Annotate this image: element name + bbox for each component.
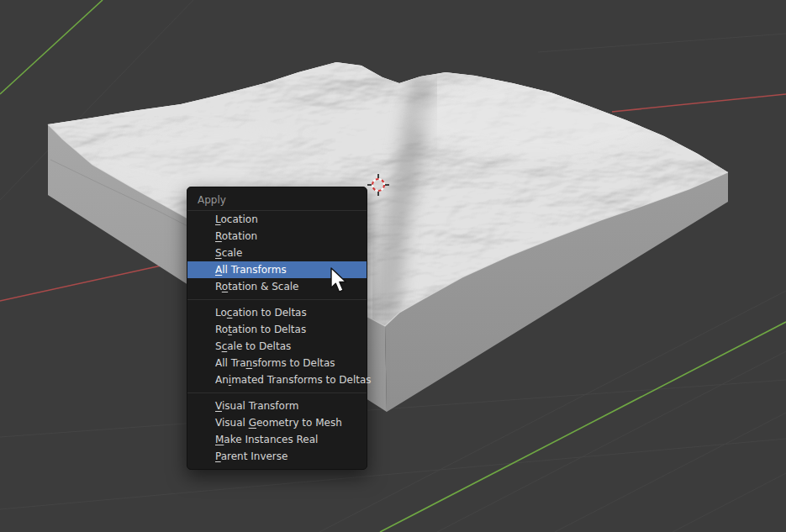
menu-item-mnemonic: V [215, 400, 222, 412]
menu-item-mnemonic: M [215, 434, 224, 445]
menu-item-scale-to-deltas[interactable]: Scale to Deltas [187, 338, 367, 355]
menu-item-label: An [215, 374, 229, 386]
menu-item-mnemonic: A [215, 264, 222, 276]
menu-item-rotation-to-deltas[interactable]: Rotation to Deltas [187, 321, 367, 338]
menu-item-visual-transform[interactable]: Visual Transform [187, 398, 367, 414]
mouse-cursor-icon [330, 267, 353, 294]
menu-item-mnemonic: G [249, 417, 256, 429]
menu-item-scale[interactable]: Scale [187, 245, 367, 261]
menu-item-label: arent Inverse [221, 450, 288, 462]
axis-x-line [612, 94, 786, 112]
menu-item-label: isual Transform [222, 400, 298, 412]
menu-item-location[interactable]: Location [187, 211, 367, 228]
menu-item-mnemonic: P [215, 450, 221, 462]
terrain-highlight [101, 126, 319, 193]
menu-item-label: ation to Deltas [232, 324, 306, 335]
apply-context-menu: Apply Location Rotation Scale All Transf… [187, 187, 367, 470]
menu-item-mnemonic: n [246, 357, 253, 369]
menu-item-label: R [215, 281, 222, 292]
menu-separator [187, 299, 367, 300]
axis-x-line [0, 262, 177, 301]
menu-item-label: Ro [215, 324, 228, 335]
menu-item-label: All Tra [215, 357, 246, 369]
blender-window: Apply Location Rotation Scale All Transf… [0, 0, 786, 532]
menu-item-label: eometry to Mesh [256, 417, 342, 429]
axis-y-line [0, 0, 103, 94]
menu-item-visual-geometry-to-mesh[interactable]: Visual Geometry to Mesh [187, 414, 367, 431]
menu-item-location-to-deltas[interactable]: Location to Deltas [187, 304, 367, 321]
menu-item-label: sforms to Deltas [252, 357, 335, 369]
menu-item-parent-inverse[interactable]: Parent Inverse [187, 448, 367, 465]
menu-item-mnemonic: R [215, 230, 222, 242]
menu-item-label: cale [222, 247, 243, 259]
menu-item-mnemonic: S [215, 247, 222, 259]
menu-separator [187, 392, 367, 393]
menu-item-label: ale to Deltas [227, 340, 291, 352]
terrain-highlight [412, 80, 664, 155]
menu-title: Apply [187, 187, 367, 210]
menu-item-make-instances-real[interactable]: Make Instances Real [187, 431, 367, 448]
menu-item-all-transforms-to-deltas[interactable]: All Transforms to Deltas [187, 355, 367, 371]
menu-item-label: mated Transforms to Deltas [231, 374, 371, 386]
menu-item-label: ll Transforms [222, 264, 286, 276]
viewport-3d[interactable] [0, 0, 786, 532]
menu-item-label: S [215, 340, 222, 352]
terrain-mesh[interactable] [48, 62, 728, 412]
menu-item-label: Visual [215, 417, 249, 429]
menu-item-animated-transforms-to-deltas[interactable]: Animated Transforms to Deltas [187, 371, 367, 388]
menu-item-label: ation to Deltas [232, 307, 306, 319]
menu-item-rotation[interactable]: Rotation [187, 228, 367, 245]
menu-item-label: tation & Scale [228, 281, 298, 292]
menu-item-label: ake Instances Real [224, 434, 318, 445]
menu-item-label: ocation [220, 213, 257, 225]
menu-item-label: Lo [215, 307, 227, 319]
menu-item-label: otation [222, 230, 257, 242]
